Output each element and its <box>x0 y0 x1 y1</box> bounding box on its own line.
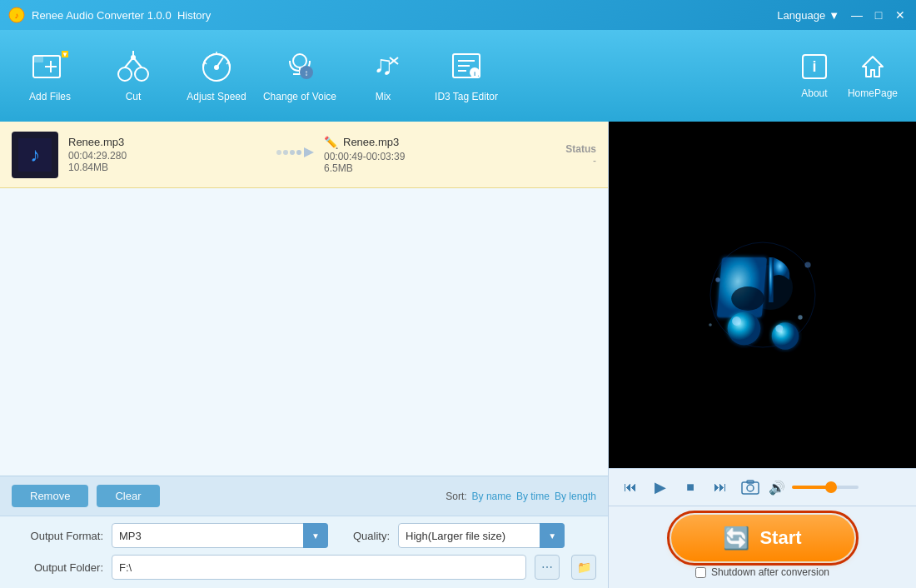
adjust-speed-label: Adjust Speed <box>187 91 246 102</box>
quality-select-container: High(Larger file size) Medium Low ▼ <box>398 523 565 548</box>
toolbar-id3[interactable]: i ID3 Tag Editor <box>425 38 508 113</box>
svg-point-58 <box>747 485 754 491</box>
svg-marker-36 <box>863 57 883 77</box>
sort-by-time[interactable]: By time <box>516 491 550 502</box>
screenshot-button[interactable] <box>739 476 762 499</box>
home-icon <box>859 53 886 84</box>
source-size: 10.84MB <box>68 162 264 173</box>
settings-panel: Output Format: MP3 AAC FLAC WAV ▼ Qualit… <box>0 516 608 588</box>
svg-text:i: i <box>474 70 475 77</box>
svg-point-49 <box>727 312 760 346</box>
preview-area <box>609 122 916 468</box>
maximize-button[interactable]: □ <box>871 7 886 22</box>
quality-select[interactable]: High(Larger file size) Medium Low <box>398 523 565 548</box>
svg-text:↕: ↕ <box>305 68 309 77</box>
start-area: 🔄 Start Shutdown after conversion <box>609 506 916 588</box>
toolbar-cut[interactable]: Cut <box>92 38 175 113</box>
adjust-speed-icon <box>200 49 233 87</box>
sort-by-name[interactable]: By name <box>472 491 511 502</box>
sort-by-length[interactable]: By length <box>555 491 596 502</box>
language-selector[interactable]: Language ▼ <box>777 9 839 22</box>
source-duration: 00:04:29.280 <box>68 150 264 162</box>
svg-point-40 <box>283 150 288 155</box>
sort-label: Sort: <box>446 491 466 502</box>
svg-point-51 <box>732 316 741 326</box>
svg-point-20 <box>293 54 306 67</box>
refresh-icon: 🔄 <box>723 526 749 551</box>
edit-icon: ✏️ <box>324 136 338 149</box>
svg-rect-57 <box>742 482 759 494</box>
title-bar: ♪ Renee Audio Converter 1.0.0 History La… <box>0 0 916 30</box>
svg-text:♪: ♪ <box>30 143 40 166</box>
output-filename: ✏️ Renee.mp3 <box>324 136 520 149</box>
svg-point-56 <box>709 323 712 326</box>
output-size: 6.5MB <box>324 162 520 174</box>
quality-label: Quality: <box>353 530 390 542</box>
skip-forward-button[interactable]: ⏭ <box>709 476 732 499</box>
svg-point-48 <box>731 287 764 311</box>
folder-browse-button[interactable]: ⋯ <box>535 555 560 580</box>
svg-point-53 <box>715 277 719 282</box>
svg-rect-47 <box>769 257 773 302</box>
toolbar-mix[interactable]: ♫ Mix <box>341 38 425 113</box>
about-button[interactable]: i About <box>791 47 838 106</box>
main-content: ♪ Renee.mp3 00:04:29.280 10.84MB <box>0 122 916 588</box>
right-panel: ⏮ ▶ ■ ⏭ 🔊 🔄 Start Shutdown after <box>608 122 916 588</box>
output-folder-input[interactable] <box>112 555 526 580</box>
svg-point-39 <box>276 150 281 155</box>
svg-marker-43 <box>304 147 314 157</box>
start-button[interactable]: 🔄 Start <box>671 515 854 561</box>
media-controls: ⏮ ▶ ■ ⏭ 🔊 <box>609 468 916 506</box>
change-voice-icon: ↕ <box>283 49 316 87</box>
sort-controls: Sort: By name By time By length <box>446 491 596 502</box>
file-thumbnail: ♪ <box>12 132 58 178</box>
app-title: Renee Audio Converter 1.0.0 History <box>32 9 777 22</box>
minimize-button[interactable]: — <box>849 7 864 22</box>
output-format-label: Output Format: <box>12 530 103 542</box>
svg-text:♫: ♫ <box>373 50 393 80</box>
svg-point-16 <box>214 65 219 70</box>
file-list: ♪ Renee.mp3 00:04:29.280 10.84MB <box>0 122 608 476</box>
file-controls: Remove Clear Sort: By name By time By le… <box>0 476 608 516</box>
svg-point-54 <box>804 262 810 267</box>
about-label: About <box>801 87 827 99</box>
file-source-info: Renee.mp3 00:04:29.280 10.84MB <box>68 136 264 173</box>
play-button[interactable]: ▶ <box>649 476 672 499</box>
output-format-row: Output Format: MP3 AAC FLAC WAV ▼ Qualit… <box>12 523 596 548</box>
cut-icon <box>117 49 150 87</box>
convert-arrow <box>274 142 314 167</box>
toolbar-adjust-speed[interactable]: Adjust Speed <box>175 38 258 113</box>
add-files-icon: ▼ <box>32 49 68 87</box>
homepage-label: HomePage <box>848 87 898 99</box>
status-value: - <box>530 155 596 167</box>
stop-button[interactable]: ■ <box>679 476 702 499</box>
output-time-range: 00:00:49-00:03:39 <box>324 151 520 162</box>
shutdown-checkbox[interactable] <box>695 567 706 578</box>
folder-open-button[interactable]: 📁 <box>571 555 596 580</box>
svg-text:▼: ▼ <box>62 51 68 58</box>
change-voice-label: Change of Voice <box>263 91 336 102</box>
output-format-select[interactable]: MP3 AAC FLAC WAV <box>112 523 328 548</box>
volume-icon: 🔊 <box>769 480 785 496</box>
add-files-label: Add Files <box>29 91 71 102</box>
svg-text:♪: ♪ <box>15 11 19 20</box>
clear-button[interactable]: Clear <box>97 485 159 507</box>
remove-button[interactable]: Remove <box>12 485 88 507</box>
about-icon: i <box>801 53 828 84</box>
svg-point-8 <box>118 67 132 81</box>
skip-back-button[interactable]: ⏮ <box>619 476 642 499</box>
toolbar-add-files[interactable]: ▼ Add Files <box>8 38 92 113</box>
close-button[interactable]: ✕ <box>893 7 908 22</box>
window-controls: — □ ✕ <box>849 7 908 22</box>
start-label: Start <box>759 527 801 549</box>
table-row[interactable]: ♪ Renee.mp3 00:04:29.280 10.84MB <box>0 122 608 188</box>
toolbar-change-voice[interactable]: ↕ Change of Voice <box>258 38 341 113</box>
svg-point-41 <box>290 150 295 155</box>
file-status: Status - <box>530 143 596 167</box>
volume-slider[interactable] <box>792 486 859 489</box>
output-folder-label: Output Folder: <box>12 561 103 574</box>
file-output-info: ✏️ Renee.mp3 00:00:49-00:03:39 6.5MB <box>324 136 520 174</box>
id3-icon: i <box>450 49 483 87</box>
svg-point-42 <box>296 150 301 155</box>
homepage-button[interactable]: HomePage <box>838 47 908 106</box>
